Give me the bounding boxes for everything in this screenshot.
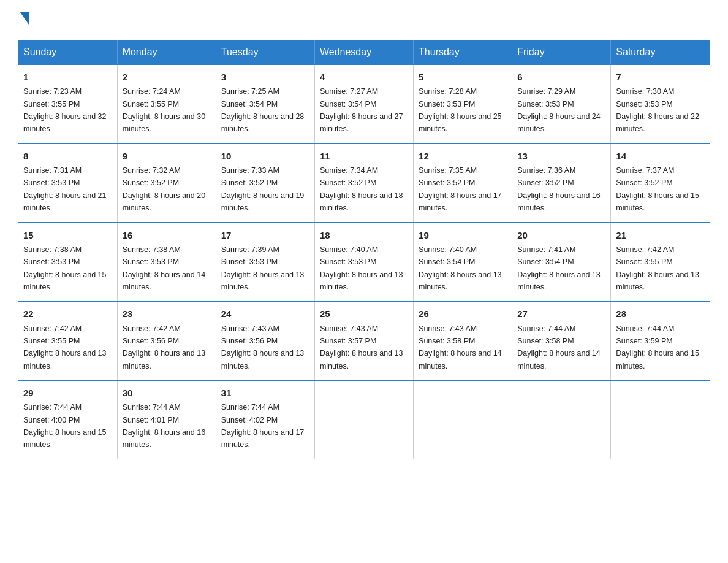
sunrise-info: Sunrise: 7:30 AM bbox=[616, 87, 674, 96]
day-cell: 15Sunrise: 7:38 AMSunset: 3:53 PMDayligh… bbox=[18, 223, 117, 302]
sunrise-info: Sunrise: 7:38 AM bbox=[23, 245, 82, 254]
sunset-info: Sunset: 3:55 PM bbox=[23, 100, 80, 109]
daylight-info: Daylight: 8 hours and 13 minutes. bbox=[517, 270, 601, 291]
sunset-info: Sunset: 4:00 PM bbox=[23, 416, 80, 424]
daylight-info: Daylight: 8 hours and 22 minutes. bbox=[616, 112, 699, 133]
day-number: 25 bbox=[320, 307, 408, 321]
sunrise-info: Sunrise: 7:42 AM bbox=[616, 245, 674, 254]
day-header-row: SundayMondayTuesdayWednesdayThursdayFrid… bbox=[18, 40, 710, 64]
page-header bbox=[18, 12, 710, 29]
sunset-info: Sunset: 3:57 PM bbox=[320, 337, 376, 345]
day-cell: 7Sunrise: 7:30 AMSunset: 3:53 PMDaylight… bbox=[611, 64, 710, 144]
sunrise-info: Sunrise: 7:43 AM bbox=[221, 324, 279, 333]
sunset-info: Sunset: 3:53 PM bbox=[221, 258, 278, 266]
day-number: 11 bbox=[320, 149, 408, 163]
sunrise-info: Sunrise: 7:43 AM bbox=[419, 324, 477, 333]
sunset-info: Sunset: 3:56 PM bbox=[221, 337, 278, 345]
day-number: 20 bbox=[517, 228, 605, 242]
sunrise-info: Sunrise: 7:44 AM bbox=[616, 324, 674, 333]
daylight-info: Daylight: 8 hours and 20 minutes. bbox=[123, 191, 206, 212]
sunrise-info: Sunrise: 7:40 AM bbox=[320, 245, 378, 254]
day-cell: 6Sunrise: 7:29 AMSunset: 3:53 PMDaylight… bbox=[512, 64, 611, 144]
sunrise-info: Sunrise: 7:28 AM bbox=[419, 87, 477, 96]
sunrise-info: Sunrise: 7:23 AM bbox=[23, 87, 82, 96]
day-cell: 14Sunrise: 7:37 AMSunset: 3:52 PMDayligh… bbox=[611, 144, 710, 223]
sunset-info: Sunset: 3:54 PM bbox=[320, 100, 376, 109]
day-cell: 31Sunrise: 7:44 AMSunset: 4:02 PMDayligh… bbox=[216, 380, 314, 459]
day-number: 15 bbox=[23, 228, 112, 242]
sunrise-info: Sunrise: 7:31 AM bbox=[23, 166, 82, 175]
daylight-info: Daylight: 8 hours and 24 minutes. bbox=[517, 112, 601, 133]
day-number: 27 bbox=[517, 307, 605, 321]
day-cell: 21Sunrise: 7:42 AMSunset: 3:55 PMDayligh… bbox=[611, 223, 710, 302]
sunset-info: Sunset: 3:53 PM bbox=[23, 258, 80, 266]
sunset-info: Sunset: 3:53 PM bbox=[320, 258, 376, 266]
daylight-info: Daylight: 8 hours and 16 minutes. bbox=[123, 428, 206, 449]
sunrise-info: Sunrise: 7:36 AM bbox=[517, 166, 575, 175]
day-number: 5 bbox=[419, 70, 507, 84]
daylight-info: Daylight: 8 hours and 13 minutes. bbox=[23, 349, 107, 370]
day-number: 9 bbox=[123, 149, 211, 163]
day-header-sunday: Sunday bbox=[18, 40, 117, 64]
sunrise-info: Sunrise: 7:25 AM bbox=[221, 87, 279, 96]
day-number: 30 bbox=[123, 386, 211, 400]
day-number: 16 bbox=[123, 228, 211, 242]
sunset-info: Sunset: 3:52 PM bbox=[320, 178, 376, 187]
sunrise-info: Sunrise: 7:37 AM bbox=[616, 166, 674, 175]
sunset-info: Sunset: 3:55 PM bbox=[616, 258, 672, 266]
day-cell: 8Sunrise: 7:31 AMSunset: 3:53 PMDaylight… bbox=[18, 144, 117, 223]
day-number: 10 bbox=[221, 149, 309, 163]
daylight-info: Daylight: 8 hours and 21 minutes. bbox=[23, 191, 107, 212]
day-cell: 23Sunrise: 7:42 AMSunset: 3:56 PMDayligh… bbox=[117, 301, 216, 380]
daylight-info: Daylight: 8 hours and 15 minutes. bbox=[23, 270, 107, 291]
sunrise-info: Sunrise: 7:29 AM bbox=[517, 87, 575, 96]
day-number: 19 bbox=[419, 228, 507, 242]
day-number: 17 bbox=[221, 228, 309, 242]
day-number: 31 bbox=[221, 386, 309, 400]
day-cell: 27Sunrise: 7:44 AMSunset: 3:58 PMDayligh… bbox=[512, 301, 611, 380]
day-cell: 18Sunrise: 7:40 AMSunset: 3:53 PMDayligh… bbox=[314, 223, 413, 302]
day-header-wednesday: Wednesday bbox=[314, 40, 413, 64]
day-number: 22 bbox=[23, 307, 112, 321]
day-number: 7 bbox=[616, 70, 705, 84]
sunset-info: Sunset: 3:52 PM bbox=[616, 178, 672, 187]
sunset-info: Sunset: 3:54 PM bbox=[419, 258, 475, 266]
daylight-info: Daylight: 8 hours and 18 minutes. bbox=[320, 191, 403, 212]
day-header-saturday: Saturday bbox=[611, 40, 710, 64]
day-cell bbox=[314, 380, 413, 459]
day-cell bbox=[611, 380, 710, 459]
sunset-info: Sunset: 3:52 PM bbox=[123, 178, 179, 187]
daylight-info: Daylight: 8 hours and 13 minutes. bbox=[221, 349, 305, 370]
sunrise-info: Sunrise: 7:32 AM bbox=[123, 166, 181, 175]
day-cell: 4Sunrise: 7:27 AMSunset: 3:54 PMDaylight… bbox=[314, 64, 413, 144]
sunrise-info: Sunrise: 7:42 AM bbox=[123, 324, 181, 333]
day-cell bbox=[414, 380, 512, 459]
week-row-1: 1Sunrise: 7:23 AMSunset: 3:55 PMDaylight… bbox=[18, 64, 710, 144]
day-number: 6 bbox=[517, 70, 605, 84]
daylight-info: Daylight: 8 hours and 15 minutes. bbox=[616, 349, 699, 370]
sunrise-info: Sunrise: 7:44 AM bbox=[517, 324, 575, 333]
day-header-monday: Monday bbox=[117, 40, 216, 64]
day-cell: 28Sunrise: 7:44 AMSunset: 3:59 PMDayligh… bbox=[611, 301, 710, 380]
sunset-info: Sunset: 3:54 PM bbox=[517, 258, 574, 266]
daylight-info: Daylight: 8 hours and 13 minutes. bbox=[221, 270, 305, 291]
day-cell: 29Sunrise: 7:44 AMSunset: 4:00 PMDayligh… bbox=[18, 380, 117, 459]
day-cell: 13Sunrise: 7:36 AMSunset: 3:52 PMDayligh… bbox=[512, 144, 611, 223]
sunset-info: Sunset: 3:52 PM bbox=[517, 178, 574, 187]
day-cell: 19Sunrise: 7:40 AMSunset: 3:54 PMDayligh… bbox=[414, 223, 512, 302]
daylight-info: Daylight: 8 hours and 17 minutes. bbox=[221, 428, 305, 449]
day-number: 14 bbox=[616, 149, 705, 163]
logo-triangle-icon bbox=[20, 12, 29, 25]
sunrise-info: Sunrise: 7:41 AM bbox=[517, 245, 575, 254]
daylight-info: Daylight: 8 hours and 13 minutes. bbox=[320, 349, 403, 370]
sunrise-info: Sunrise: 7:43 AM bbox=[320, 324, 378, 333]
day-cell bbox=[512, 380, 611, 459]
day-cell: 9Sunrise: 7:32 AMSunset: 3:52 PMDaylight… bbox=[117, 144, 216, 223]
day-header-thursday: Thursday bbox=[414, 40, 512, 64]
day-number: 12 bbox=[419, 149, 507, 163]
sunrise-info: Sunrise: 7:40 AM bbox=[419, 245, 477, 254]
sunrise-info: Sunrise: 7:24 AM bbox=[123, 87, 181, 96]
daylight-info: Daylight: 8 hours and 13 minutes. bbox=[616, 270, 699, 291]
sunset-info: Sunset: 3:53 PM bbox=[419, 100, 475, 109]
day-cell: 1Sunrise: 7:23 AMSunset: 3:55 PMDaylight… bbox=[18, 64, 117, 144]
